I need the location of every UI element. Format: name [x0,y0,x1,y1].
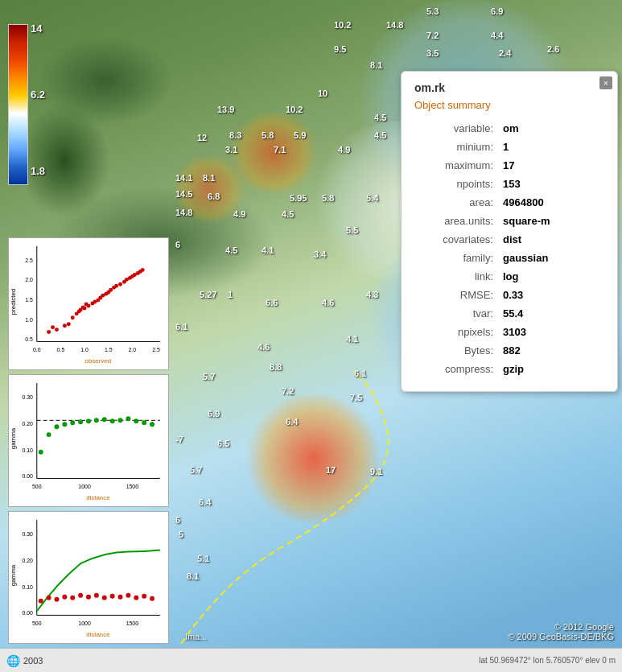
svg-point-87 [55,597,60,602]
summary-row: npoints:153 [414,175,604,193]
svg-text:0.20: 0.20 [22,421,33,427]
variogram-chart: 500 1000 1500 0.00 0.10 0.20 0.30 gamma … [8,374,169,507]
svg-point-61 [55,424,60,429]
scatter-chart-svg: 0.0 0.5 1.0 1.5 2.0 2.5 0.5 1.0 1.5 2.0 … [9,238,168,369]
svg-point-94 [110,594,115,599]
svg-text:0.00: 0.00 [22,473,33,479]
svg-point-44 [77,309,81,313]
summary-value: om [503,122,519,134]
svg-text:500: 500 [32,620,42,626]
summary-panel: × om.rk Object summary variable:omminium… [401,71,618,392]
panel-subtitle: Object summary [414,99,604,111]
svg-text:0.30: 0.30 [22,394,33,400]
svg-point-63 [70,420,75,425]
summary-row: minium:1 [414,138,604,156]
svg-point-60 [47,432,51,437]
summary-value: 55.4 [503,307,523,320]
svg-text:2.5: 2.5 [25,258,33,263]
summary-key: covariates: [414,233,503,245]
variogram-chart-svg: 500 1000 1500 0.00 0.10 0.20 0.30 gamma … [9,375,168,506]
svg-point-93 [102,596,107,600]
svg-text:0.5: 0.5 [57,347,65,352]
svg-point-66 [94,418,99,423]
svg-point-30 [109,288,113,292]
svg-point-68 [110,418,115,423]
svg-point-85 [39,599,43,604]
svg-point-42 [47,330,51,334]
svg-text:2.5: 2.5 [152,347,160,352]
svg-point-99 [150,596,154,601]
year-section: 🌐 2003 [6,654,43,667]
variogram-fitted-chart: 500 1000 1500 0.00 0.10 0.20 0.30 gamma … [8,511,169,644]
summary-row: tvar:55.4 [414,304,604,323]
svg-point-72 [142,420,146,425]
summary-key: tvar: [414,307,503,320]
svg-point-33 [118,282,122,287]
summary-row: covariates:dist [414,230,604,249]
summary-key: family: [414,252,503,264]
svg-text:2.0: 2.0 [25,277,33,282]
summary-value: gzip [503,363,524,375]
summary-row: npixels:3103 [414,323,604,341]
svg-text:predicted: predicted [10,289,17,315]
svg-point-65 [86,418,91,423]
bottom-bar: 🌐 2003 lat 50.969472° lon 5.760570° elev… [0,648,622,672]
svg-text:observed: observed [85,357,111,365]
svg-text:1500: 1500 [126,484,139,489]
svg-point-90 [78,593,83,598]
svg-point-88 [62,595,67,600]
close-button[interactable]: × [599,76,612,89]
svg-text:0.10: 0.10 [22,584,33,590]
summary-key: compress: [414,363,503,375]
summary-row: RMSE:0.33 [414,286,604,304]
variogram-fitted-chart-svg: 500 1000 1500 0.00 0.10 0.20 0.30 gamma … [9,512,168,643]
scatter-chart: 0.0 0.5 1.0 1.5 2.0 2.5 0.5 1.0 1.5 2.0 … [8,237,169,370]
summary-key: area.units: [414,215,503,227]
svg-text:0.00: 0.00 [22,610,33,616]
svg-text:1.0: 1.0 [80,347,89,352]
svg-point-71 [134,418,138,423]
summary-row: variable:om [414,119,604,138]
svg-text:1.0: 1.0 [25,317,33,323]
svg-point-98 [142,594,146,599]
summary-value: 0.33 [503,289,523,301]
summary-value: 4964800 [503,196,544,208]
svg-text:1000: 1000 [78,484,91,489]
legend-mid-label: 6.2 [31,89,45,101]
svg-text:1500: 1500 [126,620,139,626]
svg-text:500: 500 [32,484,42,489]
svg-point-18 [71,315,75,320]
svg-text:1000: 1000 [78,620,91,626]
svg-point-89 [70,596,75,600]
summary-key: npoints: [414,178,503,190]
summary-value: 3103 [503,326,526,338]
panel-title: om.rk [414,81,604,94]
svg-point-32 [114,284,118,288]
summary-row: family:gaussian [414,249,604,267]
imagery-label: Ima... [185,632,208,641]
svg-text:distance: distance [86,494,110,501]
summary-row: compress:gzip [414,360,604,378]
svg-point-43 [51,325,55,329]
summary-value: 153 [503,178,521,190]
summary-value: 882 [503,344,521,357]
summary-key: Bytes: [414,344,503,357]
svg-point-62 [62,422,67,427]
svg-point-92 [94,593,99,598]
globe-icon: 🌐 [6,654,20,667]
summary-key: npixels: [414,326,503,338]
svg-text:0.0: 0.0 [33,347,41,352]
summary-value: gaussian [503,252,548,264]
summary-row: Bytes:882 [414,341,604,360]
summary-key: RMSE: [414,289,503,301]
svg-point-46 [84,303,89,307]
legend-color-bar [8,24,28,185]
summary-row: link:log [414,267,604,286]
summary-value: log [503,270,519,282]
svg-point-73 [150,422,154,427]
charts-panel: 0.0 0.5 1.0 1.5 2.0 2.5 0.5 1.0 1.5 2.0 … [8,237,169,644]
svg-point-96 [126,593,130,598]
svg-point-69 [118,418,123,423]
summary-row: area:4964800 [414,193,604,212]
svg-point-67 [102,417,107,422]
